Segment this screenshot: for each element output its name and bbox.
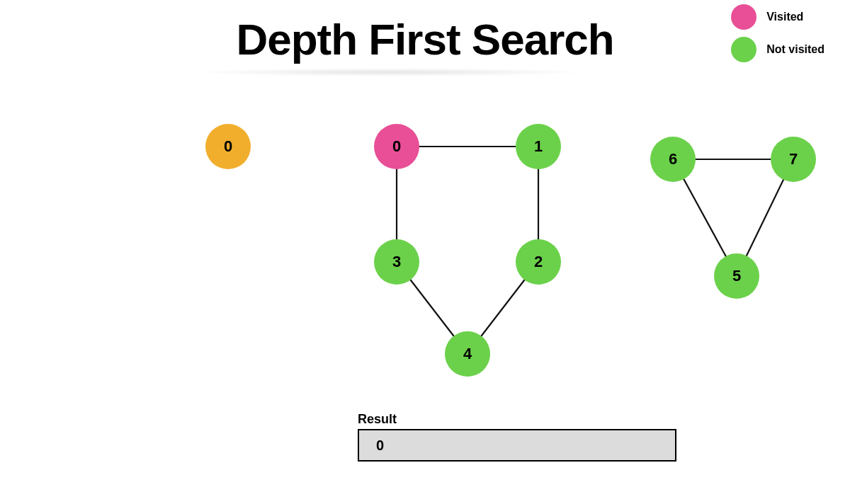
node-5: 5: [714, 253, 759, 299]
stack-node-label: 0: [224, 137, 232, 156]
node-4: 4: [445, 331, 490, 377]
node-label: 2: [534, 253, 543, 271]
node-0: 0: [374, 124, 419, 169]
node-7: 7: [771, 137, 816, 182]
node-label: 5: [732, 267, 741, 285]
node-label: 1: [534, 137, 543, 156]
node-2: 2: [516, 239, 561, 285]
node-6: 6: [650, 137, 696, 182]
graph-edges: [0, 0, 850, 504]
node-label: 3: [392, 253, 401, 271]
node-label: 0: [392, 137, 401, 156]
node-1: 1: [516, 124, 561, 169]
node-label: 7: [789, 150, 798, 168]
node-3: 3: [374, 239, 419, 285]
node-label: 6: [669, 150, 677, 168]
node-label: 4: [463, 345, 472, 363]
stack-node: 0: [205, 124, 251, 169]
graph-stage: 01234567 0: [0, 0, 850, 504]
